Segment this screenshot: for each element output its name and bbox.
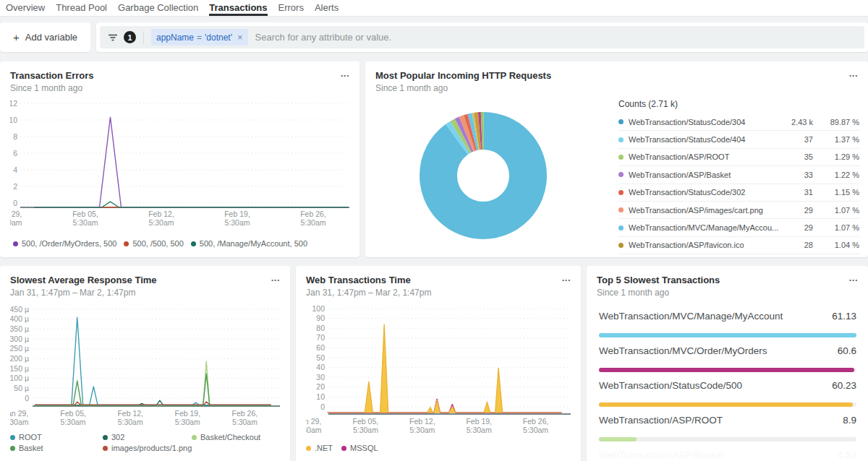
panel-title: Top 5 Slowest Transactions (597, 275, 846, 285)
svg-text:300 µ: 300 µ (10, 335, 29, 343)
search-input[interactable]: Search for any attribute or value. (255, 32, 392, 43)
filter-lines-icon[interactable] (107, 32, 119, 43)
panel-subtitle: Since 1 month ago (10, 83, 338, 93)
svg-text:12: 12 (10, 99, 17, 108)
chart-legend: ROOT302Basket/CheckoutBasketimages/produ… (10, 433, 260, 452)
table-row[interactable]: WebTransaction/StatusCode/302311.15 % (618, 184, 859, 202)
svg-text:400 µ: 400 µ (10, 314, 29, 323)
svg-text:0: 0 (13, 199, 17, 207)
panel-top5-slowest: Top 5 Slowest Transactions Since 1 month… (587, 266, 868, 461)
svg-text:100: 100 (312, 304, 325, 313)
panel-title: Web Transactions Time (306, 275, 559, 285)
table-row[interactable]: WebTransaction/StatusCode/3042.43 k89.87… (618, 113, 859, 131)
svg-text:60: 60 (316, 343, 325, 352)
svg-text:350 µ: 350 µ (10, 324, 29, 333)
chart-legend: 500, /Order/MyOrders, 500500, /500, 5005… (13, 239, 307, 248)
svg-text:20: 20 (316, 382, 325, 391)
svg-text:Feb 05,: Feb 05, (60, 409, 86, 418)
panel-menu-button[interactable]: ... (341, 68, 349, 79)
chip-key: appName (156, 33, 194, 43)
svg-text:Jan 29,: Jan 29, (10, 210, 22, 218)
http-requests-donut (414, 107, 552, 244)
svg-text:5:30am: 5:30am (224, 218, 250, 227)
tab-transactions[interactable]: Transactions (209, 0, 267, 16)
tab-errors[interactable]: Errors (278, 0, 304, 16)
table-body: WebTransaction/StatusCode/3042.43 k89.87… (618, 113, 859, 254)
svg-text:Feb 26,: Feb 26, (300, 210, 326, 218)
tab-bar: OverviewThread PoolGarbage CollectionTra… (0, 0, 868, 17)
legend-item[interactable]: 500, /500, 500 (124, 239, 183, 248)
svg-text:40: 40 (316, 363, 325, 371)
bar-row[interactable]: WebTransaction/MVC/Order/MyOrders60.6 (599, 345, 856, 372)
table-row[interactable]: WebTransaction/ASP/Basket331.22 % (618, 166, 859, 184)
svg-text:5:30am: 5:30am (353, 426, 378, 434)
tab-garbage-collection[interactable]: Garbage Collection (118, 0, 198, 16)
svg-text:2: 2 (13, 182, 17, 191)
svg-text:70: 70 (316, 333, 325, 342)
legend-item[interactable]: 302 (103, 433, 192, 441)
chip-remove-icon[interactable]: × (237, 32, 243, 43)
add-variable-button[interactable]: + Add variable (0, 22, 90, 52)
svg-text:Feb 05,: Feb 05, (72, 210, 98, 218)
svg-text:10: 10 (316, 392, 325, 401)
svg-text:200 µ: 200 µ (10, 354, 29, 363)
panel-menu-button[interactable]: ... (562, 272, 571, 283)
legend-item[interactable]: Basket (10, 444, 103, 452)
legend-item[interactable]: images/products/1.png (103, 444, 192, 452)
svg-text:250 µ: 250 µ (10, 344, 29, 353)
panel-subtitle: Since 1 month ago (597, 288, 846, 298)
legend-item[interactable]: ROOT (10, 433, 103, 441)
table-row[interactable]: WebTransaction/ASP/favicon.ico281.04 % (618, 237, 859, 254)
filter-row: + Add variable 1 appName = 'dotnet' × Se… (0, 22, 868, 52)
svg-text:30: 30 (316, 373, 325, 382)
legend-item[interactable]: MSSQL (341, 444, 378, 452)
svg-text:50 µ: 50 µ (14, 384, 29, 392)
svg-text:50: 50 (316, 353, 325, 362)
svg-text:6: 6 (13, 149, 17, 158)
bar-row[interactable]: WebTransaction/StatusCode/50060.23 (599, 380, 856, 407)
legend-item[interactable]: 500, /Order/MyOrders, 500 (13, 239, 116, 248)
table-row[interactable]: WebTransaction/StatusCode/404371.37 % (618, 131, 859, 148)
slowest-avg-chart: 050 µ100 µ150 µ200 µ250 µ300 µ350 µ400 µ… (10, 301, 280, 432)
panel-title: Slowest Average Response Time (10, 275, 268, 285)
table-row[interactable]: WebTransaction/ASP/ROOT351.29 % (618, 149, 859, 166)
panel-menu-button[interactable]: ... (849, 272, 858, 283)
filter-chip[interactable]: appName = 'dotnet' × (151, 29, 248, 46)
tab-alerts[interactable]: Alerts (315, 0, 339, 16)
panel-title: Most Popular Incoming HTTP Requests (375, 70, 846, 81)
svg-text:Feb 12,: Feb 12, (148, 210, 174, 218)
svg-text:Jan 29,: Jan 29, (306, 417, 321, 426)
svg-text:5:30am: 5:30am (10, 218, 22, 227)
table-row[interactable]: WebTransaction/MVC/Manage/MyAccou...291.… (618, 219, 859, 236)
svg-text:5:30am: 5:30am (300, 218, 326, 227)
panel-subtitle: Jan 31, 1:47pm – Mar 2, 1:47pm (306, 288, 559, 298)
svg-text:100 µ: 100 µ (10, 374, 29, 382)
table-row[interactable]: WebTransaction/ASP/images/cart.png291.07… (618, 202, 859, 219)
legend-item[interactable]: .NET (306, 444, 333, 452)
panel-menu-button[interactable]: ... (849, 68, 858, 79)
svg-text:Feb 05,: Feb 05, (353, 417, 379, 426)
chip-operator: = (197, 33, 202, 43)
svg-text:5:30am: 5:30am (118, 418, 143, 426)
filter-card: 1 appName = 'dotnet' × Search for any at… (96, 22, 868, 52)
bar-row[interactable]: WebTransaction/ASP/ROOT8.9 (599, 415, 856, 441)
svg-text:5:30am: 5:30am (467, 426, 492, 434)
bar-row[interactable]: WebTransaction/MVC/Manage/MyAccount61.13 (599, 311, 856, 337)
svg-text:150 µ: 150 µ (10, 364, 29, 373)
tab-thread-pool[interactable]: Thread Pool (56, 0, 107, 16)
svg-text:5:30am: 5:30am (72, 218, 98, 227)
chart-legend: .NETMSSQL (306, 444, 378, 452)
legend-item[interactable]: Basket/Checkout (192, 433, 260, 441)
svg-text:Feb 19,: Feb 19, (224, 210, 250, 218)
bar-row[interactable]: WebTransaction/ASP/Basket4.53 (599, 449, 856, 461)
svg-text:5:30am: 5:30am (148, 218, 174, 227)
panel-menu-button[interactable]: ... (271, 272, 280, 283)
tab-overview[interactable]: Overview (6, 0, 45, 16)
panel-subtitle: Jan 31, 1:47pm – Mar 2, 1:47pm (10, 288, 268, 298)
svg-text:5:30am: 5:30am (175, 418, 200, 426)
filter-bar: 1 appName = 'dotnet' × Search for any at… (100, 26, 864, 48)
svg-text:8: 8 (13, 132, 17, 141)
legend-item[interactable]: 500, /Manage/MyAccount, 500 (191, 239, 307, 248)
table-header: Counts (2.71 k) (618, 99, 859, 109)
svg-text:5:30am: 5:30am (306, 426, 322, 434)
